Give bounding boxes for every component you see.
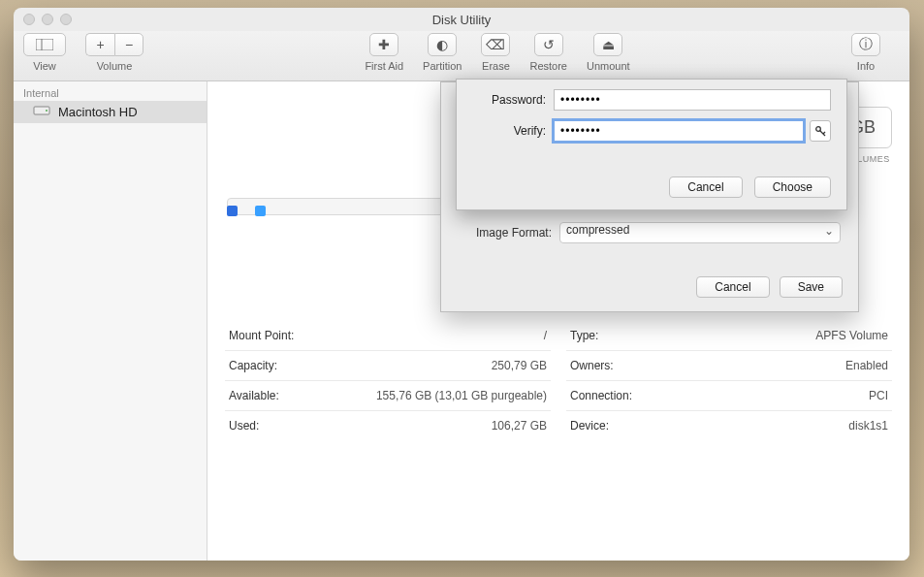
verify-field[interactable] [554,120,804,142]
info-label: Info [857,60,875,72]
detail-key: Mount Point: [229,329,294,342]
save-button[interactable]: Save [780,276,843,298]
partition-button[interactable]: ◐ [428,33,457,56]
detail-key: Available: [229,389,279,402]
toolbar: View + − Volume ✚ First Aid ◐ Partition … [14,31,909,81]
password-assistant-button[interactable] [810,120,831,142]
partition-icon: ◐ [436,37,448,52]
sidebar: Internal Macintosh HD [14,81,207,561]
choose-button[interactable]: Choose [754,176,831,198]
svg-point-3 [46,110,48,112]
erase-button[interactable]: ⌫ [481,33,510,56]
unmount-icon: ⏏ [602,37,615,52]
firstaid-label: First Aid [365,60,403,72]
password-label: Password: [472,93,546,107]
detail-val: 106,27 GB [492,419,547,433]
cancel-button[interactable]: Cancel [696,276,769,298]
restore-icon: ↺ [543,37,555,52]
erase-label: Erase [482,60,510,72]
unmount-button[interactable]: ⏏ [593,33,622,56]
detail-key: Capacity: [229,359,277,372]
detail-key: Type: [570,329,598,342]
svg-rect-0 [36,39,53,50]
detail-key: Used: [229,419,259,433]
unmount-label: Unmount [587,60,630,72]
image-format-row: Image Format: compressed [459,222,841,243]
detail-val: 155,76 GB (13,01 GB purgeable) [376,389,547,402]
sidebar-header: Internal [14,81,207,101]
info-button[interactable]: ⓘ [851,33,880,56]
detail-val: disk1s1 [848,419,888,433]
cancel-button[interactable]: Cancel [669,176,742,198]
view-button[interactable] [23,33,66,56]
sidebar-item-macintosh-hd[interactable]: Macintosh HD [14,101,207,123]
sidebar-item-label: Macintosh HD [58,105,138,119]
restore-label: Restore [529,60,567,72]
key-icon [814,125,826,137]
detail-key: Device: [570,419,609,433]
image-format-select[interactable]: compressed [559,222,841,243]
detail-val: PCI [869,389,888,402]
legend-chip [227,206,238,216]
volume-label: Volume [97,60,133,72]
content-pane: 250,79 GB SHARED BY 4 VOLUMES Free 142,7… [207,81,909,561]
info-icon: ⓘ [859,36,873,53]
volume-remove-button[interactable]: − [114,33,143,56]
detail-key: Connection: [570,389,632,402]
password-sheet: Password: Verify: Cancel Choose [456,79,847,210]
detail-val: Enabled [845,359,888,372]
firstaid-icon: ✚ [378,37,390,52]
details-grid: Mount Point:/ Capacity:250,79 GB Availab… [225,321,892,440]
image-format-label: Image Format: [459,226,552,240]
detail-val: APFS Volume [815,329,888,342]
disk-utility-window: Disk Utility View + − Volume ✚ First Aid… [14,8,909,561]
password-field[interactable] [554,89,831,111]
firstaid-button[interactable]: ✚ [369,33,398,56]
titlebar: Disk Utility [14,8,909,31]
erase-icon: ⌫ [486,37,505,52]
hard-drive-icon [33,104,50,120]
sidebar-layout-icon [36,39,53,50]
window-title: Disk Utility [14,13,909,27]
detail-val: 250,79 GB [492,359,547,372]
restore-button[interactable]: ↺ [534,33,563,56]
svg-line-6 [823,132,825,134]
legend-chip [255,206,266,216]
partition-label: Partition [423,60,462,72]
volume-add-button[interactable]: + [85,33,114,56]
detail-val: / [544,329,547,342]
detail-key: Owners: [570,359,614,372]
verify-label: Verify: [472,124,546,138]
view-label: View [33,60,56,72]
